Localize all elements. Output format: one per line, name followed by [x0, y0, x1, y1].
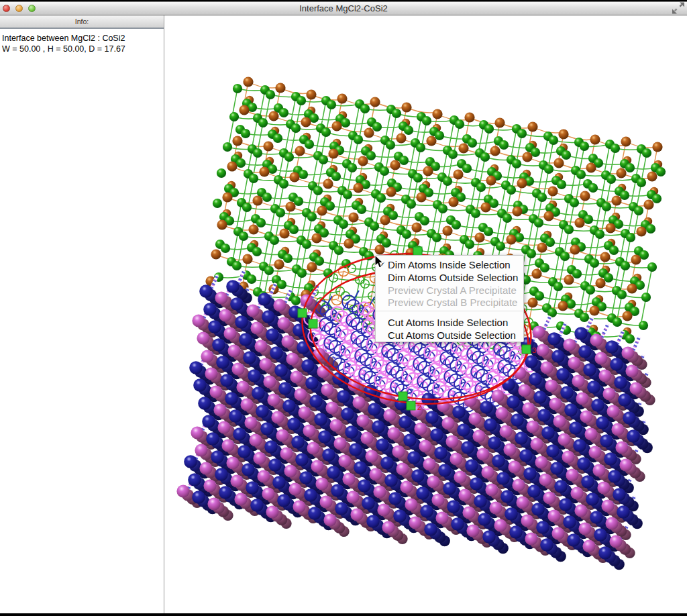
svg-text:3: 3: [532, 346, 536, 354]
svg-text:2: 2: [417, 403, 421, 411]
svg-text:1: 1: [318, 321, 322, 329]
